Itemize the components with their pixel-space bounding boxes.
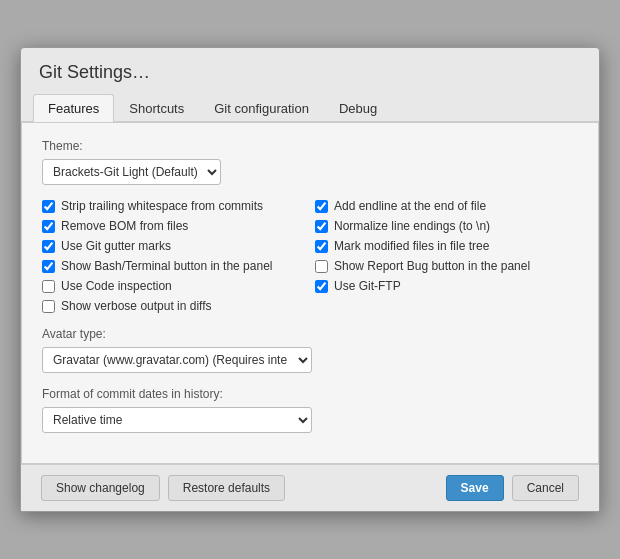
checkbox-add-endline-label: Add endline at the end of file (334, 199, 486, 213)
save-button[interactable]: Save (446, 475, 504, 501)
checkbox-normalize-line: Normalize line endings (to \n) (315, 219, 578, 233)
checkbox-show-bash: Show Bash/Terminal button in the panel (42, 259, 305, 273)
checkbox-code-inspection: Use Code inspection (42, 279, 305, 293)
tab-debug[interactable]: Debug (324, 94, 392, 122)
restore-defaults-button[interactable]: Restore defaults (168, 475, 285, 501)
commit-dates-select-wrapper: Relative time Absolute time (42, 407, 578, 433)
show-changelog-button[interactable]: Show changelog (41, 475, 160, 501)
checkbox-show-bash-label: Show Bash/Terminal button in the panel (61, 259, 272, 273)
theme-select-wrapper: Brackets-Git Light (Default) Brackets-Gi… (42, 159, 578, 185)
footer-right: Save Cancel (446, 475, 579, 501)
checkbox-show-bash-input[interactable] (42, 260, 55, 273)
dialog-title: Git Settings… (21, 48, 599, 93)
checkbox-strip-whitespace-input[interactable] (42, 200, 55, 213)
checkbox-add-endline: Add endline at the end of file (315, 199, 578, 213)
theme-select[interactable]: Brackets-Git Light (Default) Brackets-Gi… (42, 159, 221, 185)
checkbox-verbose-output-label: Show verbose output in diffs (61, 299, 212, 313)
tab-shortcuts[interactable]: Shortcuts (114, 94, 199, 122)
checkbox-mark-modified-label: Mark modified files in file tree (334, 239, 489, 253)
checkbox-code-inspection-label: Use Code inspection (61, 279, 172, 293)
checkboxes-grid: Strip trailing whitespace from commits A… (42, 199, 578, 313)
checkbox-git-gutter: Use Git gutter marks (42, 239, 305, 253)
checkbox-remove-bom: Remove BOM from files (42, 219, 305, 233)
git-settings-dialog: Git Settings… Features Shortcuts Git con… (20, 47, 600, 512)
checkbox-strip-whitespace: Strip trailing whitespace from commits (42, 199, 305, 213)
checkbox-show-report-bug-label: Show Report Bug button in the panel (334, 259, 530, 273)
checkbox-verbose-output: Show verbose output in diffs (42, 299, 305, 313)
commit-dates-label: Format of commit dates in history: (42, 387, 578, 401)
dialog-body: Theme: Brackets-Git Light (Default) Brac… (21, 122, 599, 464)
footer-left: Show changelog Restore defaults (41, 475, 285, 501)
checkbox-verbose-output-input[interactable] (42, 300, 55, 313)
checkbox-normalize-line-input[interactable] (315, 220, 328, 233)
checkbox-code-inspection-input[interactable] (42, 280, 55, 293)
checkbox-use-git-ftp: Use Git-FTP (315, 279, 578, 293)
cancel-button[interactable]: Cancel (512, 475, 579, 501)
tab-features[interactable]: Features (33, 94, 114, 122)
tabs-bar: Features Shortcuts Git configuration Deb… (21, 93, 599, 122)
avatar-select-wrapper: Gravatar (www.gravatar.com) (Requires in… (42, 347, 578, 373)
checkbox-git-gutter-input[interactable] (42, 240, 55, 253)
dialog-footer: Show changelog Restore defaults Save Can… (21, 464, 599, 511)
checkbox-show-report-bug-input[interactable] (315, 260, 328, 273)
avatar-select[interactable]: Gravatar (www.gravatar.com) (Requires in… (42, 347, 312, 373)
theme-label: Theme: (42, 139, 578, 153)
checkbox-git-gutter-label: Use Git gutter marks (61, 239, 171, 253)
commit-dates-select[interactable]: Relative time Absolute time (42, 407, 312, 433)
checkbox-strip-whitespace-label: Strip trailing whitespace from commits (61, 199, 263, 213)
checkbox-mark-modified-input[interactable] (315, 240, 328, 253)
checkbox-show-report-bug: Show Report Bug button in the panel (315, 259, 578, 273)
checkbox-remove-bom-input[interactable] (42, 220, 55, 233)
tab-git-configuration[interactable]: Git configuration (199, 94, 324, 122)
checkbox-remove-bom-label: Remove BOM from files (61, 219, 188, 233)
checkbox-use-git-ftp-input[interactable] (315, 280, 328, 293)
checkbox-use-git-ftp-label: Use Git-FTP (334, 279, 401, 293)
checkbox-mark-modified: Mark modified files in file tree (315, 239, 578, 253)
checkbox-add-endline-input[interactable] (315, 200, 328, 213)
avatar-label: Avatar type: (42, 327, 578, 341)
checkbox-normalize-line-label: Normalize line endings (to \n) (334, 219, 490, 233)
